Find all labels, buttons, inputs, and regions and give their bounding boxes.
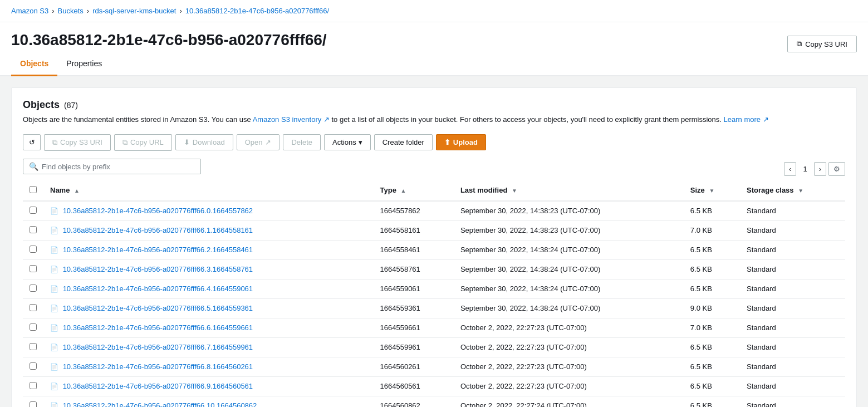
pagination-prev-button[interactable]: ‹ bbox=[784, 162, 796, 176]
copy-url-button[interactable]: ⧉ Copy URL bbox=[114, 134, 172, 151]
row-type-cell: 1664559061 bbox=[374, 279, 454, 298]
row-size-cell: 6.5 KB bbox=[684, 240, 740, 259]
row-checkbox-cell[interactable] bbox=[23, 376, 43, 396]
amazon-s3-inventory-link[interactable]: Amazon S3 inventory ↗ bbox=[253, 115, 330, 124]
breadcrumb-amazon-s3[interactable]: Amazon S3 bbox=[11, 7, 48, 15]
row-checkbox-cell[interactable] bbox=[23, 298, 43, 318]
select-all-header[interactable] bbox=[23, 180, 43, 201]
search-icon: 🔍 bbox=[29, 162, 38, 171]
row-checkbox[interactable] bbox=[30, 207, 37, 214]
object-link[interactable]: 10.36a85812-2b1e-47c6-b956-a020776fff66.… bbox=[63, 401, 257, 407]
objects-table: Name ▲ Type ▲ Last modified ▼ Size ▼ Sto… bbox=[23, 180, 845, 408]
file-icon: 📄 bbox=[50, 363, 58, 371]
row-last-modified-cell: September 30, 2022, 14:38:24 (UTC-07:00) bbox=[454, 259, 684, 279]
object-link[interactable]: 10.36a85812-2b1e-47c6-b956-a020776fff66.… bbox=[63, 304, 253, 312]
page-title: 10.36a85812-2b1e-47c6-b956-a020776fff66/ bbox=[11, 31, 327, 49]
col-last-modified[interactable]: Last modified ▼ bbox=[454, 180, 684, 201]
row-storage-class-cell: Standard bbox=[740, 220, 845, 240]
objects-title: Objects bbox=[23, 99, 60, 111]
breadcrumb-current[interactable]: 10.36a85812-2b1e-47c6-b956-a020776fff66/ bbox=[185, 7, 329, 15]
row-size-cell: 6.5 KB bbox=[684, 259, 740, 279]
learn-more-link[interactable]: Learn more ↗ bbox=[724, 115, 769, 124]
pagination-next-button[interactable]: › bbox=[814, 162, 826, 176]
row-checkbox-cell[interactable] bbox=[23, 318, 43, 337]
objects-header: Objects (87) bbox=[23, 99, 845, 111]
table-row: 📄 10.36a85812-2b1e-47c6-b956-a020776fff6… bbox=[23, 259, 845, 279]
breadcrumb-buckets[interactable]: Buckets bbox=[58, 7, 84, 15]
file-icon: 📄 bbox=[50, 383, 58, 390]
row-checkbox-cell[interactable] bbox=[23, 337, 43, 357]
content-area: Objects (87) Objects are the fundamental… bbox=[0, 76, 868, 407]
row-checkbox-cell[interactable] bbox=[23, 201, 43, 221]
row-checkbox[interactable] bbox=[30, 246, 37, 253]
objects-description: Objects are the fundamental entities sto… bbox=[23, 114, 845, 125]
select-all-checkbox[interactable] bbox=[30, 186, 37, 193]
row-checkbox-cell[interactable] bbox=[23, 259, 43, 279]
object-link[interactable]: 10.36a85812-2b1e-47c6-b956-a020776fff66.… bbox=[63, 343, 253, 351]
download-button[interactable]: ⬇ Download bbox=[175, 134, 233, 150]
row-size-cell: 6.5 KB bbox=[684, 357, 740, 376]
row-storage-class-cell: Standard bbox=[740, 376, 845, 396]
row-checkbox-cell[interactable] bbox=[23, 357, 43, 376]
row-last-modified-cell: September 30, 2022, 14:38:23 (UTC-07:00) bbox=[454, 201, 684, 221]
delete-button[interactable]: Delete bbox=[283, 134, 321, 150]
row-name-cell: 📄 10.36a85812-2b1e-47c6-b956-a020776fff6… bbox=[43, 318, 374, 337]
object-link[interactable]: 10.36a85812-2b1e-47c6-b956-a020776fff66.… bbox=[63, 323, 253, 332]
row-checkbox[interactable] bbox=[30, 304, 37, 311]
row-checkbox[interactable] bbox=[30, 226, 37, 233]
pagination-settings-button[interactable]: ⚙ bbox=[828, 162, 845, 176]
row-checkbox[interactable] bbox=[30, 362, 37, 370]
object-link[interactable]: 10.36a85812-2b1e-47c6-b956-a020776fff66.… bbox=[63, 285, 253, 293]
row-checkbox-cell[interactable] bbox=[23, 240, 43, 259]
table-row: 📄 10.36a85812-2b1e-47c6-b956-a020776fff6… bbox=[23, 279, 845, 298]
row-name-cell: 📄 10.36a85812-2b1e-47c6-b956-a020776fff6… bbox=[43, 259, 374, 279]
row-last-modified-cell: October 2, 2022, 22:27:23 (UTC-07:00) bbox=[454, 357, 684, 376]
file-icon: 📄 bbox=[50, 227, 58, 234]
row-checkbox[interactable] bbox=[30, 323, 37, 331]
col-size[interactable]: Size ▼ bbox=[684, 180, 740, 201]
row-size-cell: 7.0 KB bbox=[684, 318, 740, 337]
upload-button[interactable]: ⬆ Upload bbox=[436, 134, 486, 150]
copy-s3-uri-button[interactable]: ⧉ Copy S3 URI bbox=[44, 134, 111, 151]
row-name-cell: 📄 10.36a85812-2b1e-47c6-b956-a020776fff6… bbox=[43, 201, 374, 221]
refresh-button[interactable]: ↺ bbox=[23, 134, 41, 150]
row-storage-class-cell: Standard bbox=[740, 201, 845, 221]
open-button[interactable]: Open ↗ bbox=[237, 134, 280, 150]
file-icon: 📄 bbox=[50, 266, 58, 273]
row-checkbox[interactable] bbox=[30, 343, 37, 350]
type-sort-icon: ▲ bbox=[401, 188, 406, 194]
breadcrumb-sep-3: › bbox=[179, 7, 182, 15]
row-size-cell: 6.5 KB bbox=[684, 279, 740, 298]
row-checkbox-cell[interactable] bbox=[23, 220, 43, 240]
copy-s3-uri-header-button[interactable]: ⧉ Copy S3 URI bbox=[787, 36, 857, 52]
name-sort-icon: ▲ bbox=[74, 188, 80, 194]
object-link[interactable]: 10.36a85812-2b1e-47c6-b956-a020776fff66.… bbox=[63, 207, 253, 215]
breadcrumb-sep-1: › bbox=[52, 7, 54, 15]
table-row: 📄 10.36a85812-2b1e-47c6-b956-a020776fff6… bbox=[23, 337, 845, 357]
tab-objects[interactable]: Objects bbox=[11, 52, 57, 76]
col-name[interactable]: Name ▲ bbox=[43, 180, 374, 201]
row-checkbox-cell[interactable] bbox=[23, 279, 43, 298]
col-type[interactable]: Type ▲ bbox=[374, 180, 454, 201]
object-link[interactable]: 10.36a85812-2b1e-47c6-b956-a020776fff66.… bbox=[63, 362, 253, 371]
row-checkbox[interactable] bbox=[30, 382, 37, 389]
row-checkbox[interactable] bbox=[30, 265, 37, 272]
actions-button[interactable]: Actions ▾ bbox=[324, 134, 371, 150]
col-storage-class[interactable]: Storage class ▼ bbox=[740, 180, 845, 201]
breadcrumb-bucket-name[interactable]: rds-sql-server-kms-bucket bbox=[92, 7, 176, 15]
objects-count: (87) bbox=[64, 101, 78, 110]
pagination: ‹ 1 › ⚙ bbox=[784, 162, 845, 176]
tab-properties[interactable]: Properties bbox=[57, 52, 111, 76]
object-link[interactable]: 10.36a85812-2b1e-47c6-b956-a020776fff66.… bbox=[63, 265, 253, 273]
file-icon: 📄 bbox=[50, 324, 58, 332]
object-link[interactable]: 10.36a85812-2b1e-47c6-b956-a020776fff66.… bbox=[63, 246, 253, 254]
row-checkbox-cell[interactable] bbox=[23, 396, 43, 407]
row-last-modified-cell: September 30, 2022, 14:38:23 (UTC-07:00) bbox=[454, 220, 684, 240]
row-checkbox[interactable] bbox=[30, 401, 37, 408]
create-folder-button[interactable]: Create folder bbox=[374, 134, 433, 150]
row-storage-class-cell: Standard bbox=[740, 298, 845, 318]
search-input[interactable] bbox=[42, 163, 195, 171]
object-link[interactable]: 10.36a85812-2b1e-47c6-b956-a020776fff66.… bbox=[63, 226, 253, 234]
row-checkbox[interactable] bbox=[30, 285, 37, 292]
object-link[interactable]: 10.36a85812-2b1e-47c6-b956-a020776fff66.… bbox=[63, 382, 253, 390]
